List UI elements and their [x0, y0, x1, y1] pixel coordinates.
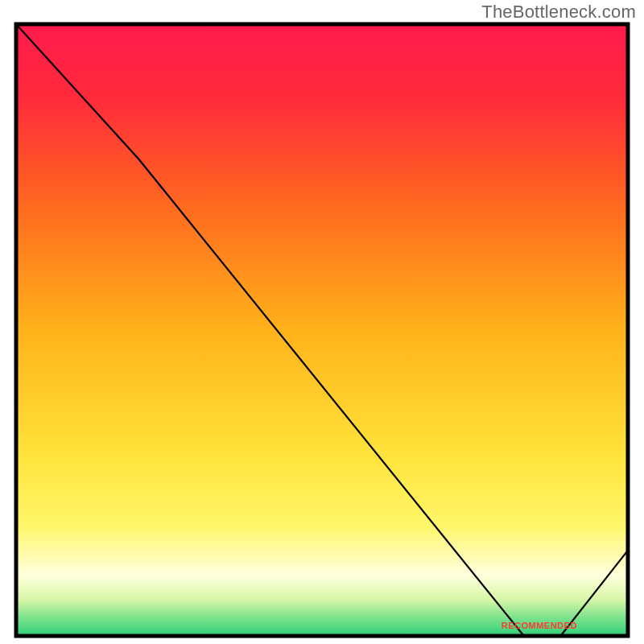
watermark-text: TheBottleneck.com [481, 2, 636, 23]
bottleneck-chart: RECOMMENDED [0, 0, 644, 644]
recommended-label: RECOMMENDED [502, 621, 577, 630]
chart-container: TheBottleneck.com RECOMMENDED [0, 0, 644, 644]
plot-background [16, 24, 628, 636]
